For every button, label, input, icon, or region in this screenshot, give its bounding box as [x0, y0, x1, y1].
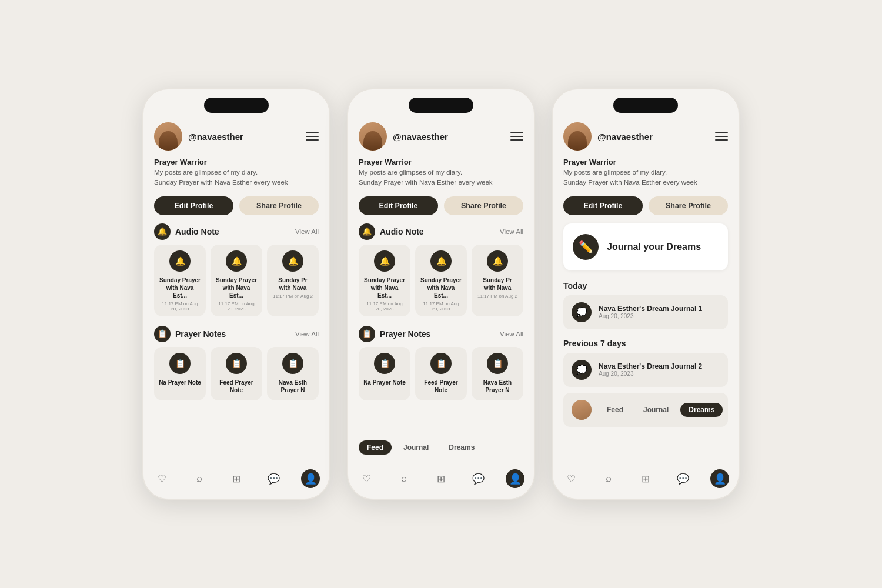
- btn-row-3: Edit Profile Share Profile: [563, 194, 728, 223]
- bio-title-2: Prayer Warrior: [359, 158, 523, 166]
- bio-title-3: Prayer Warrior: [563, 158, 728, 166]
- prayer-label-1: Prayer Notes: [175, 329, 226, 339]
- bottom-nav-3: ♡ ⌕ ⊞ 💬 👤: [553, 462, 739, 499]
- prayer-card-1-2[interactable]: 📋 Feed Prayer Note: [211, 347, 262, 400]
- audio-card-date-2-2: 11:17 PM on Aug 20, 2023: [420, 301, 462, 312]
- nav-heart-3[interactable]: ♡: [562, 469, 581, 488]
- tab-feed-2[interactable]: Feed: [359, 440, 392, 455]
- prayer-card-title-1-2: Feed Prayer Note: [215, 379, 258, 394]
- phone-3: @navaesther Prayer Warrior My posts are …: [552, 88, 740, 500]
- nav-profile-2[interactable]: 👤: [506, 469, 524, 488]
- nav-grid-1[interactable]: ⊞: [227, 469, 246, 488]
- prayer-label-2: Prayer Notes: [380, 329, 430, 339]
- share-profile-btn-2[interactable]: Share Profile: [444, 196, 523, 215]
- tab-journal-2[interactable]: Journal: [395, 440, 437, 455]
- nav-heart-2[interactable]: ♡: [358, 469, 376, 488]
- prayer-view-all-1[interactable]: View All: [295, 330, 319, 338]
- edit-profile-btn-3[interactable]: Edit Profile: [563, 196, 643, 215]
- dream-entry-date-today-1: Aug 20, 2023: [599, 313, 702, 319]
- tab-journal-3[interactable]: Journal: [635, 403, 677, 417]
- prayer-card-1-3[interactable]: 📋 Nava Esth Prayer N: [267, 347, 319, 400]
- audio-card-1-2[interactable]: 🔔 Sunday Prayer with Nava Est... 11:17 P…: [211, 245, 262, 316]
- nav-grid-2[interactable]: ⊞: [432, 469, 450, 488]
- tab-feed-3[interactable]: Feed: [599, 403, 632, 417]
- nav-profile-1[interactable]: 👤: [301, 469, 320, 488]
- audio-card-2-3[interactable]: 🔔 Sunday Pr with Nava 11:17 PM on Aug 2: [472, 245, 523, 316]
- audio-card-icon-1-3: 🔔: [282, 250, 303, 272]
- prayer-card-icon-1-1: 📋: [169, 353, 191, 374]
- nav-profile-3[interactable]: 👤: [710, 469, 729, 488]
- audio-card-title-1-2: Sunday Prayer with Nava Est...: [215, 276, 258, 299]
- prayer-cards-2: 📋 Na Prayer Note 📋 Feed Prayer Note 📋 Na…: [359, 347, 523, 400]
- nav-heart-1[interactable]: ♡: [153, 469, 172, 488]
- audio-card-date-2-1: 11:17 PM on Aug 20, 2023: [363, 301, 406, 312]
- bio-text-2: My posts are glimpses of my diary.Sunday…: [359, 168, 523, 188]
- nav-chat-2[interactable]: 💬: [469, 469, 487, 488]
- edit-profile-btn-2[interactable]: Edit Profile: [359, 196, 438, 215]
- menu-icon-3[interactable]: [715, 132, 728, 141]
- audio-card-1-3[interactable]: 🔔 Sunday Pr with Nava 11:17 PM on Aug 2: [267, 245, 319, 316]
- username-1: @navaesther: [188, 132, 243, 142]
- avatar-3: [563, 122, 592, 151]
- username-3: @navaesther: [597, 132, 653, 142]
- bio-section-1: Prayer Warrior My posts are glimpses of …: [154, 154, 319, 194]
- prayer-card-2-3[interactable]: 📋 Nava Esth Prayer N: [472, 347, 523, 400]
- nav-search-1[interactable]: ⌕: [190, 469, 209, 488]
- notch-3: [613, 98, 678, 113]
- dream-entry-date-prev-1: Aug 20, 2023: [599, 370, 702, 377]
- audio-icon-2: 🔔: [359, 223, 375, 240]
- prayer-card-1-1[interactable]: 📋 Na Prayer Note: [154, 347, 206, 400]
- audio-card-title-2-2: Sunday Prayer with Nava Est...: [420, 276, 462, 299]
- nav-chat-1[interactable]: 💬: [264, 469, 283, 488]
- nav-search-2[interactable]: ⌕: [395, 469, 413, 488]
- prayer-card-2-2[interactable]: 📋 Feed Prayer Note: [415, 347, 467, 400]
- nav-search-3[interactable]: ⌕: [599, 469, 618, 488]
- tab-dreams-2[interactable]: Dreams: [440, 440, 483, 455]
- dream-entry-today-1[interactable]: 💭 Nava Esther's Dream Journal 1 Aug 20, …: [563, 295, 728, 329]
- audio-card-2-2[interactable]: 🔔 Sunday Prayer with Nava Est... 11:17 P…: [415, 245, 467, 316]
- tab-dreams-3[interactable]: Dreams: [680, 403, 723, 417]
- audio-card-icon-2-2: 🔔: [430, 250, 452, 272]
- dream-entry-prev-2[interactable]: Feed Journal Dreams: [563, 393, 728, 427]
- menu-icon-2[interactable]: [510, 132, 523, 141]
- prayer-card-icon-1-2: 📋: [226, 353, 247, 374]
- audio-cards-2: 🔔 Sunday Prayer with Nava Est... 11:17 P…: [359, 245, 523, 316]
- dream-entry-prev-1[interactable]: 💭 Nava Esther's Dream Journal 2 Aug 20, …: [563, 353, 728, 387]
- prev-label: Previous 7 days: [563, 339, 728, 348]
- prayer-icon-2: 📋: [359, 326, 375, 342]
- profile-header-2: @navaesther: [359, 118, 523, 154]
- audio-card-1-1[interactable]: 🔔 Sunday Prayer with Nava Est... 11:17 P…: [154, 245, 206, 316]
- bio-section-3: Prayer Warrior My posts are glimpses of …: [563, 154, 728, 194]
- nav-chat-3[interactable]: 💬: [673, 469, 692, 488]
- share-profile-btn-1[interactable]: Share Profile: [239, 196, 319, 215]
- audio-view-all-2[interactable]: View All: [500, 228, 523, 235]
- journal-dreams-card[interactable]: ✏️ Journal your Dreams: [563, 223, 728, 270]
- btn-row-2: Edit Profile Share Profile: [359, 194, 523, 223]
- share-profile-btn-3[interactable]: Share Profile: [649, 196, 728, 215]
- audio-view-all-1[interactable]: View All: [295, 228, 319, 235]
- prayer-section-header-2: 📋 Prayer Notes View All: [359, 326, 523, 342]
- audio-card-title-1-3: Sunday Pr with Nava: [272, 276, 314, 292]
- prayer-card-title-2-3: Nava Esth Prayer N: [476, 379, 519, 394]
- audio-card-date-1-3: 11:17 PM on Aug 2: [273, 293, 313, 299]
- bio-text-1: My posts are glimpses of my diary.Sunday…: [154, 168, 319, 188]
- prayer-card-title-2-2: Feed Prayer Note: [420, 379, 462, 394]
- bio-section-2: Prayer Warrior My posts are glimpses of …: [359, 154, 523, 194]
- phone-1: @navaesther Prayer Warrior My posts are …: [142, 88, 330, 500]
- edit-profile-btn-1[interactable]: Edit Profile: [154, 196, 233, 215]
- menu-icon-1[interactable]: [306, 132, 319, 141]
- prayer-view-all-2[interactable]: View All: [500, 330, 523, 338]
- username-2: @navaesther: [393, 132, 448, 142]
- nav-grid-3[interactable]: ⊞: [636, 469, 655, 488]
- notch-bar-1: [143, 89, 329, 118]
- audio-card-icon-2-3: 🔔: [487, 250, 508, 272]
- dream-icon-prev-1: 💭: [572, 360, 592, 380]
- audio-icon-1: 🔔: [154, 223, 171, 240]
- audio-label-1: Audio Note: [175, 227, 219, 236]
- audio-cards-1: 🔔 Sunday Prayer with Nava Est... 11:17 P…: [154, 245, 319, 316]
- bottom-nav-2: ♡ ⌕ ⊞ 💬 👤: [348, 462, 534, 499]
- dream-icon-prev-2: [572, 400, 592, 420]
- audio-card-2-1[interactable]: 🔔 Sunday Prayer with Nava Est... 11:17 P…: [359, 245, 410, 316]
- prayer-card-2-1[interactable]: 📋 Na Prayer Note: [359, 347, 410, 400]
- profile-left-1: @navaesther: [154, 122, 243, 151]
